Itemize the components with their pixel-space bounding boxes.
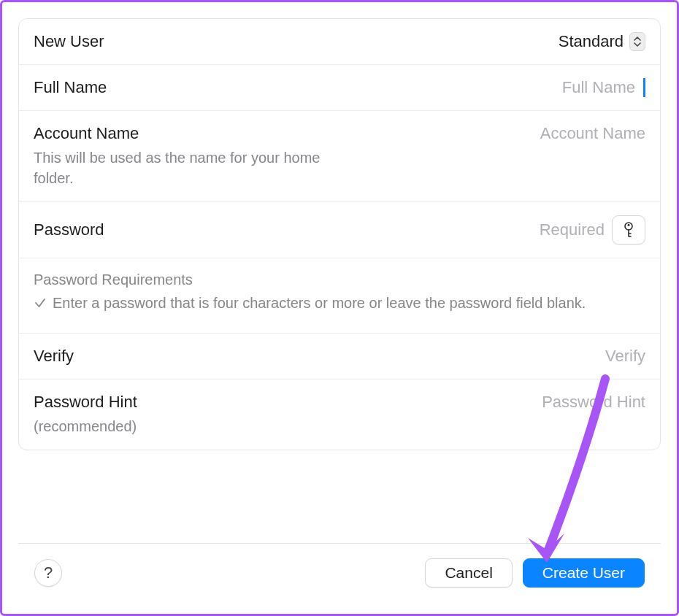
help-button[interactable]: ? — [34, 559, 62, 587]
account-name-input[interactable] — [456, 124, 645, 143]
requirements-title: Password Requirements — [34, 272, 645, 288]
new-user-form: New User Standard Full Name — [18, 18, 661, 450]
password-row: Password — [19, 202, 660, 258]
hint-sublabel: (recommended) — [34, 416, 326, 436]
user-type-select[interactable]: Standard — [559, 32, 645, 51]
user-type-row: New User Standard — [19, 19, 660, 65]
hint-row: Password Hint (recommended) — [19, 380, 660, 450]
account-name-label: Account Name — [34, 124, 456, 143]
verify-row: Verify — [19, 334, 660, 380]
svg-point-0 — [625, 223, 632, 230]
text-cursor — [643, 78, 645, 97]
password-assistant-button[interactable] — [612, 215, 645, 245]
password-requirements: Password Requirements Enter a password t… — [19, 258, 660, 334]
svg-point-1 — [628, 224, 630, 226]
help-icon: ? — [44, 563, 53, 582]
full-name-row: Full Name — [19, 65, 660, 111]
footer: ? Cancel Create User — [18, 544, 661, 598]
updown-icon — [629, 32, 645, 51]
key-icon — [621, 221, 636, 239]
verify-input[interactable] — [456, 347, 645, 366]
cancel-button[interactable]: Cancel — [425, 558, 512, 588]
hint-input[interactable] — [456, 393, 645, 412]
full-name-input[interactable] — [445, 78, 635, 97]
requirement-text: Enter a password that is four characters… — [53, 293, 586, 314]
password-input[interactable] — [473, 220, 605, 239]
user-type-value: Standard — [559, 32, 624, 51]
check-icon — [34, 294, 47, 315]
verify-label: Verify — [34, 347, 456, 366]
account-name-row: Account Name This will be used as the na… — [19, 111, 660, 202]
hint-label: Password Hint — [34, 393, 456, 412]
full-name-label: Full Name — [34, 78, 445, 97]
create-user-button[interactable]: Create User — [523, 558, 645, 588]
title-label: New User — [34, 32, 559, 51]
password-label: Password — [34, 220, 473, 239]
account-name-sublabel: This will be used as the name for your h… — [34, 147, 326, 188]
